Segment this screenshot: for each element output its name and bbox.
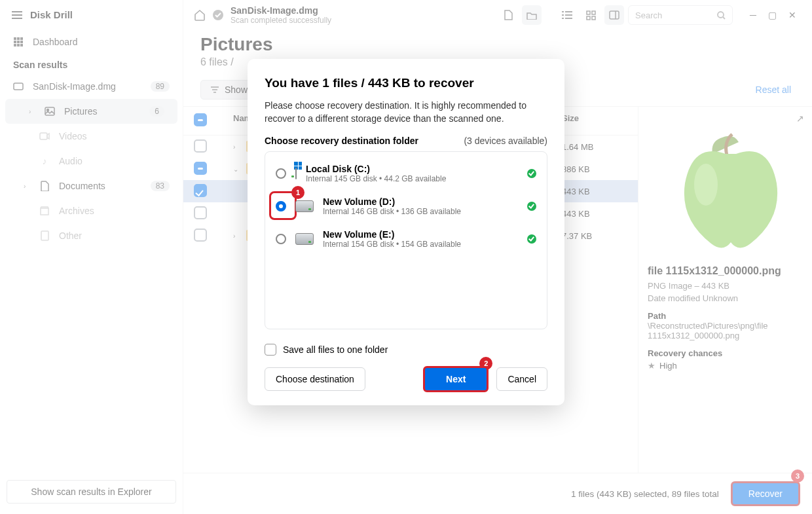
next-button[interactable]: Next [423, 366, 489, 392]
modal-title: You have 1 files / 443 KB to recover [265, 76, 547, 90]
choose-destination-button[interactable]: Choose destination [265, 367, 365, 391]
check-ok-icon [527, 202, 536, 211]
recovery-modal: You have 1 files / 443 KB to recover Ple… [248, 59, 564, 405]
devices-available: (3 devices available) [464, 136, 547, 146]
save-all-checkbox[interactable] [265, 344, 276, 356]
callout-1: 1 [291, 186, 304, 199]
check-ok-icon [527, 234, 536, 244]
modal-description: Please choose recovery destination. It i… [265, 100, 547, 125]
destination-list: Local Disk (C:) Internal 145 GB disk • 4… [265, 151, 547, 329]
drive-icon [295, 233, 314, 245]
choose-folder-label: Choose recovery destination folder [265, 136, 418, 146]
cancel-button[interactable]: Cancel [496, 367, 547, 391]
modal-overlay: You have 1 files / 443 KB to recover Ple… [0, 0, 812, 514]
drive-icon [295, 200, 314, 212]
radio-button[interactable] [276, 168, 286, 179]
drive-icon [295, 168, 297, 179]
save-all-label: Save all files to one folder [283, 344, 388, 355]
radio-button[interactable] [276, 234, 286, 244]
check-ok-icon [527, 169, 536, 178]
destination-option[interactable]: 1 New Volume (D:) Internal 146 GB disk •… [265, 190, 547, 223]
destination-option[interactable]: Local Disk (C:) Internal 145 GB disk • 4… [265, 157, 547, 190]
destination-option[interactable]: New Volume (E:) Internal 154 GB disk • 1… [265, 223, 547, 255]
